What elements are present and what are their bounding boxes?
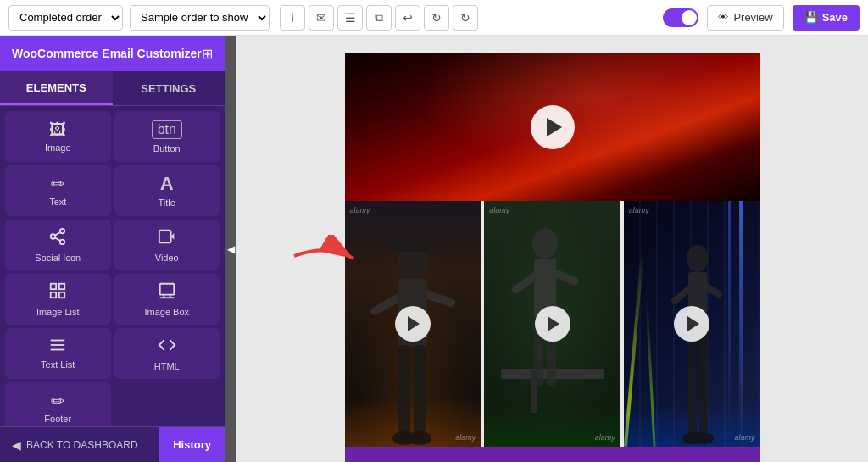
element-html[interactable]: HTML bbox=[114, 328, 220, 379]
redo2-icon: ↻ bbox=[460, 11, 470, 25]
svg-rect-25 bbox=[398, 345, 410, 438]
sidebar-footer: ◀ BACK TO DASHBOARD History bbox=[0, 426, 225, 462]
svg-rect-10 bbox=[59, 292, 64, 298]
svg-line-4 bbox=[55, 232, 60, 236]
element-video[interactable]: Video bbox=[114, 220, 220, 270]
watermark-2-tl: alamy bbox=[489, 206, 509, 214]
element-footer[interactable]: ✏ Footer bbox=[5, 382, 111, 426]
svg-rect-9 bbox=[51, 292, 56, 298]
info-icon: i bbox=[291, 11, 293, 25]
collapse-handle[interactable]: ◀ bbox=[225, 36, 236, 462]
tab-settings[interactable]: SETTINGS bbox=[113, 71, 225, 105]
redo1-icon-btn[interactable]: ↻ bbox=[424, 5, 449, 31]
text-list-element-icon bbox=[48, 337, 67, 355]
svg-rect-8 bbox=[59, 284, 64, 289]
element-social-icon[interactable]: Social Icon bbox=[5, 220, 111, 270]
svg-point-29 bbox=[532, 228, 558, 259]
element-button-label: Button bbox=[153, 143, 181, 153]
svg-point-28 bbox=[408, 431, 431, 445]
element-footer-label: Footer bbox=[44, 414, 71, 424]
element-text[interactable]: ✏ Text bbox=[5, 165, 111, 216]
top-bar-right: 👁 Preview 💾 Save bbox=[663, 5, 860, 31]
video-thumb-2[interactable]: alamy alamy bbox=[484, 201, 620, 447]
video-block-top[interactable] bbox=[345, 53, 760, 201]
text-element-icon: ✏ bbox=[51, 175, 65, 192]
watermark-1-tl: alamy bbox=[350, 206, 370, 214]
copy-icon: ⧉ bbox=[375, 10, 383, 25]
title-element-icon: A bbox=[160, 175, 174, 193]
play-button-1[interactable] bbox=[395, 306, 431, 342]
elements-grid: 🖼 Image btn Button ✏ Text A Title bbox=[0, 106, 225, 426]
watermark-1-br: alamy bbox=[455, 433, 476, 442]
email-icon-btn[interactable]: ✉ bbox=[309, 5, 334, 31]
play-button-top[interactable] bbox=[531, 105, 575, 149]
element-title-label: Title bbox=[159, 198, 175, 208]
undo-icon: ↩ bbox=[403, 11, 413, 25]
redo2-icon-btn[interactable]: ↻ bbox=[453, 5, 478, 31]
canvas-area[interactable]: alamy alamy bbox=[236, 36, 868, 462]
watermark-3-tl: alamy bbox=[629, 206, 649, 214]
back-arrow-icon: ◀ bbox=[12, 438, 21, 452]
element-image[interactable]: 🖼 Image bbox=[5, 111, 111, 162]
element-image-list[interactable]: Image List bbox=[5, 274, 111, 325]
svg-rect-5 bbox=[159, 231, 171, 243]
eye-icon: 👁 bbox=[718, 11, 729, 24]
sidebar: WooCommerce Email Customizer ⊞ ELEMENTS … bbox=[0, 36, 225, 462]
element-button[interactable]: btn Button bbox=[114, 111, 220, 162]
redo1-icon: ↻ bbox=[431, 11, 442, 25]
svg-point-0 bbox=[60, 229, 65, 234]
element-text-list-label: Text List bbox=[41, 359, 75, 370]
footer-element-icon: ✏ bbox=[51, 392, 65, 409]
tab-elements[interactable]: ELEMENTS bbox=[0, 71, 113, 105]
preview-button[interactable]: 👁 Preview bbox=[707, 5, 783, 31]
svg-rect-26 bbox=[414, 345, 426, 438]
element-image-box[interactable]: Image Box bbox=[114, 274, 220, 325]
save-button[interactable]: 💾 Save bbox=[793, 5, 860, 31]
element-text-list[interactable]: Text List bbox=[5, 328, 111, 379]
element-social-label: Social Icon bbox=[35, 253, 81, 263]
button-element-icon: btn bbox=[152, 120, 182, 139]
svg-line-3 bbox=[55, 237, 60, 241]
history-button[interactable]: History bbox=[159, 427, 225, 463]
play-button-3[interactable] bbox=[674, 306, 709, 342]
element-image-box-label: Image Box bbox=[144, 307, 189, 317]
email-preview: alamy alamy bbox=[345, 53, 760, 462]
svg-point-35 bbox=[687, 245, 709, 272]
video-thumb-1[interactable]: alamy alamy bbox=[345, 201, 481, 447]
svg-rect-40 bbox=[699, 327, 708, 437]
main-layout: WooCommerce Email Customizer ⊞ ELEMENTS … bbox=[0, 36, 868, 462]
back-to-dashboard-link[interactable]: ◀ BACK TO DASHBOARD bbox=[0, 438, 159, 452]
svg-point-2 bbox=[60, 240, 65, 245]
document-icon-btn[interactable]: ☰ bbox=[337, 5, 363, 31]
svg-point-42 bbox=[693, 432, 714, 444]
svg-rect-11 bbox=[160, 284, 175, 295]
sidebar-tabs: ELEMENTS SETTINGS bbox=[0, 71, 225, 106]
sample-order-dropdown[interactable]: Sample order to show bbox=[130, 5, 270, 31]
image-element-icon: 🖼 bbox=[49, 121, 66, 138]
image-box-element-icon bbox=[158, 281, 176, 303]
video-element-icon bbox=[158, 227, 176, 248]
undo-icon-btn[interactable]: ↩ bbox=[395, 5, 420, 31]
bottom-strip bbox=[345, 447, 760, 462]
svg-rect-21 bbox=[399, 240, 426, 252]
element-text-label: Text bbox=[49, 197, 66, 207]
svg-point-1 bbox=[51, 234, 56, 239]
info-icon-btn[interactable]: i bbox=[280, 5, 305, 31]
order-type-dropdown[interactable]: Completed order bbox=[8, 5, 123, 31]
save-icon: 💾 bbox=[804, 11, 818, 24]
document-icon: ☰ bbox=[345, 11, 356, 25]
toolbar-icons: i ✉ ☰ ⧉ ↩ ↻ ↻ bbox=[280, 5, 478, 31]
video-thumb-3[interactable]: alamy alamy bbox=[624, 201, 760, 447]
element-video-label: Video bbox=[155, 253, 179, 263]
element-title[interactable]: A Title bbox=[114, 165, 220, 216]
sidebar-header: WooCommerce Email Customizer ⊞ bbox=[0, 36, 225, 71]
copy-icon-btn[interactable]: ⧉ bbox=[366, 5, 392, 31]
element-html-label: HTML bbox=[154, 361, 180, 371]
sidebar-title: WooCommerce Email Customizer bbox=[12, 47, 202, 60]
email-icon: ✉ bbox=[316, 11, 326, 25]
element-image-label: Image bbox=[45, 142, 71, 153]
play-button-2[interactable] bbox=[535, 306, 570, 342]
image-list-element-icon bbox=[48, 281, 67, 303]
grid-icon: ⊞ bbox=[202, 46, 213, 62]
preview-toggle[interactable] bbox=[663, 8, 698, 27]
